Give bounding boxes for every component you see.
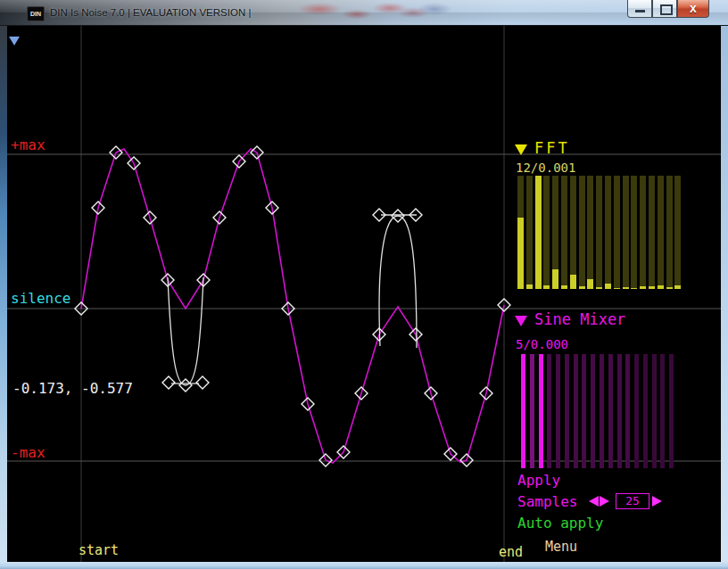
waveform-plot[interactable] [7, 26, 721, 562]
fft-bar-fill [623, 287, 629, 289]
fft-bar[interactable] [649, 176, 655, 289]
start-label: start [79, 542, 119, 558]
fft-bar-fill [614, 288, 620, 289]
sine-mixer-bar[interactable] [521, 354, 525, 468]
fft-panel-header[interactable]: FFT [515, 139, 570, 157]
sine-mixer-harmonics[interactable] [521, 354, 691, 468]
waveform-curve[interactable] [81, 149, 504, 463]
samples-label: Samples [517, 493, 577, 510]
fft-bar-fill [605, 284, 611, 289]
auto-apply-button[interactable]: Auto apply [517, 515, 603, 532]
fft-bar-fill [649, 286, 655, 289]
sine-mixer-bar[interactable] [565, 354, 569, 468]
maximize-button[interactable] [652, 0, 677, 18]
samples-increment-icon[interactable] [600, 496, 609, 507]
minimize-button[interactable] [627, 0, 652, 18]
fft-bar[interactable] [561, 176, 567, 289]
window-border-left [0, 26, 7, 562]
plus-max-label: +max [11, 136, 46, 153]
sine-mixer-bar[interactable] [582, 354, 586, 468]
fft-bar-fill [579, 286, 585, 289]
fft-bar[interactable] [674, 176, 681, 289]
fft-bar[interactable] [658, 176, 664, 289]
sine-mixer-bar[interactable] [660, 354, 665, 468]
samples-decrement-icon[interactable] [589, 496, 599, 507]
waveform-editor[interactable]: +max silence -0.173, -0.577 -max start e… [7, 26, 721, 562]
cursor-coordinates: -0.173, -0.577 [12, 380, 133, 397]
fft-bar[interactable] [535, 176, 542, 289]
blue-triangle-marker[interactable] [9, 37, 20, 45]
sine-mixer-bar[interactable] [617, 354, 622, 468]
apply-button[interactable]: Apply [517, 472, 560, 489]
sine-mixer-bar[interactable] [539, 354, 543, 468]
control-point-diamond[interactable] [162, 376, 175, 389]
fft-bar[interactable] [570, 176, 576, 289]
fft-bar[interactable] [623, 176, 629, 289]
sine-mixer-collapse-icon[interactable] [515, 316, 527, 326]
window-controls: x [627, 0, 709, 19]
fft-bar-fill [561, 285, 567, 289]
end-label: end [499, 544, 523, 560]
menu-label[interactable]: Menu [545, 539, 577, 555]
sine-mixer-bar[interactable] [600, 354, 604, 468]
fft-value: 12/0.001 [516, 161, 575, 175]
silence-label: silence [11, 290, 70, 307]
fft-bar[interactable] [587, 176, 593, 289]
fft-bar[interactable] [614, 176, 620, 289]
fft-title: FFT [534, 139, 570, 157]
sine-mixer-bar[interactable] [643, 354, 648, 468]
bezier-preview-curve[interactable] [168, 277, 203, 385]
fft-bar-fill [640, 286, 646, 289]
app-icon[interactable]: DIN [27, 6, 45, 21]
fft-bar[interactable] [605, 176, 611, 289]
fft-bar-fill [587, 279, 593, 289]
sine-mixer-title: Sine Mixer [534, 310, 625, 328]
fft-bar-fill [631, 288, 637, 289]
titlebar[interactable]: DIN DIN Is Noise 7.0 | EVALUATION VERSIO… [0, 0, 728, 26]
sine-mixer-bar[interactable] [591, 354, 595, 468]
close-button[interactable]: x [677, 0, 709, 18]
fft-bar-fill [552, 269, 558, 289]
sine-mixer-bar[interactable] [669, 354, 674, 468]
fft-bar[interactable] [631, 176, 637, 289]
fft-bar[interactable] [579, 176, 585, 289]
fft-collapse-icon[interactable] [515, 144, 527, 155]
fft-bar[interactable] [640, 176, 646, 289]
sine-mixer-header[interactable]: Sine Mixer [515, 310, 625, 328]
fft-bar-fill [526, 284, 533, 289]
fft-bar[interactable] [596, 176, 602, 289]
samples-value-box[interactable]: 25 [616, 493, 649, 509]
fft-bar-fill [570, 275, 576, 289]
minimize-icon [635, 10, 645, 12]
close-icon: x [678, 0, 708, 17]
sine-mixer-bar[interactable] [608, 354, 613, 468]
fft-bar[interactable] [517, 176, 524, 289]
fft-bar[interactable] [526, 176, 533, 289]
fft-bar-fill [535, 176, 542, 289]
sine-mixer-bar[interactable] [547, 354, 551, 468]
fft-bar-fill [674, 285, 681, 289]
samples-step-icon[interactable] [652, 496, 662, 507]
sine-mixer-bar[interactable] [530, 354, 534, 468]
app-window: DIN DIN Is Noise 7.0 | EVALUATION VERSIO… [0, 0, 728, 569]
sine-mixer-bar[interactable] [556, 354, 560, 468]
control-point-diamond[interactable] [196, 376, 209, 389]
fft-bar-fill [596, 287, 602, 289]
fft-bar[interactable] [552, 176, 558, 289]
window-border-right [721, 26, 728, 562]
maximize-icon [660, 4, 673, 15]
window-title: DIN Is Noise 7.0 | EVALUATION VERSION | [50, 7, 251, 18]
fft-bar-fill [517, 218, 524, 289]
fft-bar[interactable] [543, 176, 550, 289]
sine-mixer-bar[interactable] [652, 354, 657, 468]
window-border-bottom [0, 562, 728, 569]
fft-bar-fill [666, 287, 673, 289]
fft-bar-fill [543, 285, 550, 289]
minus-max-label: -max [11, 444, 46, 461]
sine-mixer-bar[interactable] [634, 354, 639, 468]
sine-mixer-bar[interactable] [574, 354, 578, 468]
sine-mixer-bar[interactable] [625, 354, 630, 468]
fft-spectrum[interactable] [517, 176, 687, 289]
fft-bar[interactable] [666, 176, 673, 289]
fft-bar-fill [658, 285, 664, 289]
